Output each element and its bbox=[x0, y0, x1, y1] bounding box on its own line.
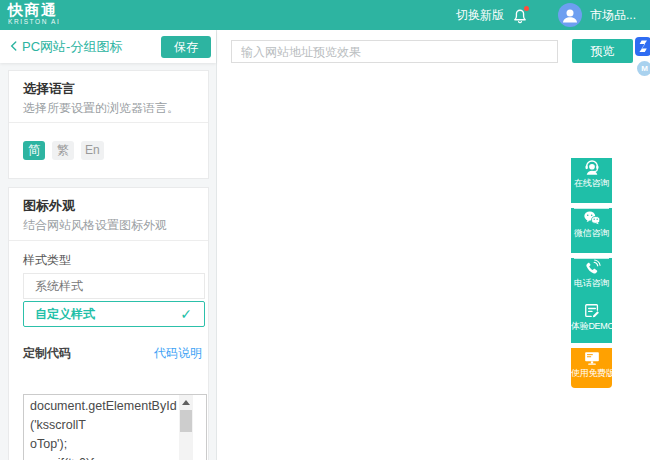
app-logo: 快商通 KRISTON AI bbox=[8, 2, 60, 26]
check-icon: ✓ bbox=[180, 302, 192, 326]
headset-icon bbox=[571, 158, 612, 178]
style-option-custom-label: 自定义样式 bbox=[35, 307, 95, 321]
appearance-card: 图标外观 结合网站风格设置图标外观 样式类型 系统样式 自定义样式 ✓ 定制代码… bbox=[8, 187, 209, 460]
divider bbox=[9, 122, 208, 123]
preview-button[interactable]: 预览 bbox=[572, 39, 633, 63]
online-consult-button[interactable]: 在线咨询 bbox=[571, 158, 612, 203]
free-version-button[interactable]: 使用免费版 bbox=[571, 348, 612, 388]
style-option-custom[interactable]: 自定义样式 ✓ bbox=[23, 301, 205, 327]
language-section-title: 选择语言 bbox=[23, 80, 75, 98]
back-button[interactable] bbox=[7, 39, 21, 53]
style-option-system[interactable]: 系统样式 bbox=[23, 273, 205, 299]
language-option-english[interactable]: En bbox=[81, 141, 104, 160]
monitor-icon bbox=[571, 348, 612, 368]
scrollbar-up-icon[interactable] bbox=[182, 400, 190, 405]
wechat-consult-button[interactable]: 微信咨询 bbox=[571, 208, 612, 253]
language-option-traditional[interactable]: 繁 bbox=[52, 141, 74, 160]
toolbar-item-label: 电话咨询 bbox=[571, 278, 612, 289]
url-preview-input[interactable] bbox=[231, 40, 558, 63]
appearance-section-title: 图标外观 bbox=[23, 197, 75, 215]
settings-panel: PC网站-分组图标 保存 选择语言 选择所要设置的浏览器语言。 简 繁 En 图… bbox=[0, 30, 217, 460]
bell-icon bbox=[510, 12, 530, 29]
custom-code-label: 定制代码 bbox=[23, 345, 71, 362]
style-type-label: 样式类型 bbox=[23, 252, 71, 269]
language-options: 简 繁 En bbox=[23, 141, 104, 160]
toolbar-item-label: 体验DEMO bbox=[571, 321, 612, 332]
s-logo-icon bbox=[635, 42, 650, 59]
divider bbox=[9, 240, 208, 241]
user-avatar[interactable] bbox=[558, 3, 582, 27]
m-extension-badge[interactable]: M bbox=[637, 61, 650, 76]
demo-toolbar: 体验DEMO 使用免费版 bbox=[571, 296, 612, 388]
language-option-simplified[interactable]: 简 bbox=[23, 141, 45, 160]
document-pen-icon bbox=[571, 301, 612, 321]
phone-icon bbox=[571, 258, 612, 278]
person-icon bbox=[558, 5, 582, 25]
phone-consult-button[interactable]: 电话咨询 bbox=[571, 258, 612, 303]
toolbar-item-label: 在线咨询 bbox=[571, 178, 612, 189]
language-card: 选择语言 选择所要设置的浏览器语言。 简 繁 En bbox=[8, 70, 209, 179]
toolbar-item-label: 微信咨询 bbox=[571, 228, 612, 239]
logo-subtitle: KRISTON AI bbox=[8, 18, 60, 26]
chevron-left-icon bbox=[7, 39, 21, 56]
save-button[interactable]: 保存 bbox=[161, 36, 211, 58]
language-section-desc: 选择所要设置的浏览器语言。 bbox=[23, 100, 179, 117]
app-header: 快商通 KRISTON AI 切换新版 市场品... bbox=[0, 0, 650, 30]
appearance-section-desc: 结合网站风格设置图标外观 bbox=[23, 217, 167, 234]
panel-header: PC网站-分组图标 保存 bbox=[0, 30, 216, 63]
user-name[interactable]: 市场品... bbox=[590, 0, 636, 30]
notification-badge bbox=[524, 6, 529, 11]
s-extension-badge[interactable] bbox=[635, 37, 650, 56]
wechat-icon bbox=[571, 208, 612, 228]
toolbar-item-label: 使用免费版 bbox=[571, 368, 612, 379]
demo-button[interactable]: 体验DEMO bbox=[571, 301, 612, 343]
switch-version-button[interactable]: 切换新版 bbox=[456, 0, 504, 30]
notification-button[interactable] bbox=[510, 6, 530, 26]
scrollbar-thumb[interactable] bbox=[180, 410, 192, 432]
code-help-link[interactable]: 代码说明 bbox=[154, 345, 202, 362]
logo-title: 快商通 bbox=[8, 2, 60, 18]
code-scrollbar[interactable] bbox=[179, 395, 193, 460]
consult-toolbar: 在线咨询 微信咨询 电话咨询 bbox=[571, 153, 612, 303]
page-title: PC网站-分组图标 bbox=[22, 30, 122, 63]
